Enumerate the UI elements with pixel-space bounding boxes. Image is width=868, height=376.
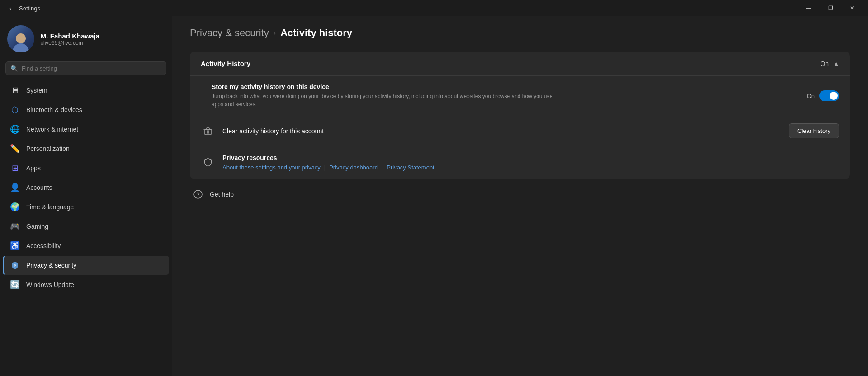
privacy-icon: P <box>10 260 20 270</box>
sidebar-item-personalization[interactable]: ✏️ Personalization <box>3 139 169 158</box>
sidebar-item-label: Personalization <box>26 145 162 152</box>
search-wrap: 🔍 <box>0 60 172 80</box>
sidebar-nav: 🖥 System ⬡ Bluetooth & devices 🌐 Network… <box>0 80 172 295</box>
breadcrumb: Privacy & security › Activity history <box>190 27 850 39</box>
privacy-resources-content: Privacy resources About these settings a… <box>222 154 434 171</box>
svg-text:P: P <box>14 264 16 268</box>
privacy-link-dashboard[interactable]: Privacy dashboard <box>329 164 378 171</box>
minimize-button[interactable]: — <box>798 1 819 15</box>
sidebar-item-label: Network & internet <box>26 126 162 133</box>
sidebar-item-apps[interactable]: ⊞ Apps <box>3 159 169 178</box>
titlebar: ‹ Settings — ❐ ✕ <box>0 0 868 16</box>
user-email: xlive65@live.com <box>41 40 99 46</box>
clear-activity-label: Clear activity history for this account <box>222 127 324 135</box>
sidebar-item-time[interactable]: 🌍 Time & language <box>3 197 169 216</box>
bluetooth-icon: ⬡ <box>10 105 20 115</box>
breadcrumb-separator: › <box>274 29 276 37</box>
shield-icon <box>201 155 215 169</box>
toggle-label: On <box>807 93 815 99</box>
sidebar-item-label: Gaming <box>26 223 162 230</box>
breadcrumb-current: Activity history <box>280 27 352 39</box>
sidebar-item-network[interactable]: 🌐 Network & internet <box>3 120 169 139</box>
activity-history-card: Activity History On ▲ Store my activity … <box>190 52 850 179</box>
store-activity-text: Store my activity history on this device… <box>212 83 807 108</box>
titlebar-title: Settings <box>19 5 40 12</box>
content-area: Privacy & security › Activity history Ac… <box>172 16 868 376</box>
network-icon: 🌐 <box>10 124 20 134</box>
section-status: On <box>820 60 829 67</box>
sidebar-item-accessibility[interactable]: ♿ Accessibility <box>3 236 169 255</box>
chevron-up-icon: ▲ <box>833 60 839 67</box>
privacy-links: About these settings and your privacy | … <box>222 164 434 171</box>
search-box[interactable]: 🔍 <box>5 61 166 75</box>
store-activity-row: Store my activity history on this device… <box>190 75 850 116</box>
search-icon: 🔍 <box>10 65 18 72</box>
sidebar-item-accounts[interactable]: 👤 Accounts <box>3 178 169 197</box>
get-help-row[interactable]: Get help <box>190 188 850 201</box>
svg-point-2 <box>194 190 202 198</box>
store-activity-control: On <box>807 90 839 101</box>
privacy-link-about[interactable]: About these settings and your privacy <box>222 164 321 171</box>
sidebar: M. Fahad Khawaja xlive65@live.com 🔍 🖥 Sy… <box>0 16 172 376</box>
breadcrumb-parent[interactable]: Privacy & security <box>190 27 269 39</box>
clear-history-button[interactable]: Clear history <box>789 123 839 138</box>
accounts-icon: 👤 <box>10 183 20 193</box>
clear-row-left: Clear activity history for this account <box>201 124 324 138</box>
sidebar-item-system[interactable]: 🖥 System <box>3 81 169 100</box>
user-profile[interactable]: M. Fahad Khawaja xlive65@live.com <box>0 16 172 60</box>
sidebar-item-label: System <box>26 87 162 94</box>
store-activity-title: Store my activity history on this device <box>212 83 807 90</box>
sidebar-item-label: Accounts <box>26 184 162 191</box>
search-input[interactable] <box>22 65 161 72</box>
personalization-icon: ✏️ <box>10 144 20 154</box>
sidebar-item-gaming[interactable]: 🎮 Gaming <box>3 217 169 236</box>
accessibility-icon: ♿ <box>10 241 20 251</box>
user-name: M. Fahad Khawaja <box>41 32 99 40</box>
clear-history-row: Clear activity history for this account … <box>190 116 850 146</box>
privacy-resources-title: Privacy resources <box>222 154 434 161</box>
privacy-link-statement[interactable]: Privacy Statement <box>387 164 434 171</box>
section-header-right: On ▲ <box>820 60 839 67</box>
section-header[interactable]: Activity History On ▲ <box>190 52 850 75</box>
trash-icon <box>201 124 215 138</box>
svg-rect-1 <box>205 129 211 135</box>
gaming-icon: 🎮 <box>10 221 20 231</box>
sidebar-item-label: Accessibility <box>26 242 162 249</box>
sidebar-item-label: Windows Update <box>26 281 162 288</box>
sidebar-item-privacy[interactable]: P Privacy & security <box>3 256 169 275</box>
titlebar-controls: — ❐ ✕ <box>798 1 863 15</box>
sidebar-item-windows-update[interactable]: 🔄 Windows Update <box>3 275 169 294</box>
titlebar-left: ‹ Settings <box>5 3 40 13</box>
sidebar-item-label: Apps <box>26 164 162 172</box>
privacy-resources-row: Privacy resources About these settings a… <box>190 146 850 179</box>
privacy-separator: | <box>324 164 326 171</box>
sidebar-item-label: Bluetooth & devices <box>26 106 162 113</box>
restore-button[interactable]: ❐ <box>820 1 841 15</box>
get-help-label: Get help <box>210 191 234 198</box>
apps-icon: ⊞ <box>10 163 20 173</box>
help-icon <box>192 188 204 201</box>
sidebar-item-label: Time & language <box>26 203 162 211</box>
close-button[interactable]: ✕ <box>842 1 863 15</box>
privacy-separator: | <box>382 164 383 171</box>
back-button[interactable]: ‹ <box>5 3 15 13</box>
system-icon: 🖥 <box>10 85 20 95</box>
section-title: Activity History <box>201 60 250 67</box>
sidebar-item-label: Privacy & security <box>26 262 162 269</box>
time-icon: 🌍 <box>10 202 20 212</box>
store-activity-toggle[interactable] <box>819 90 839 101</box>
app-body: M. Fahad Khawaja xlive65@live.com 🔍 🖥 Sy… <box>0 16 868 376</box>
store-activity-desc: Jump back into what you were doing on yo… <box>212 92 564 108</box>
sidebar-item-bluetooth[interactable]: ⬡ Bluetooth & devices <box>3 100 169 119</box>
windows-update-icon: 🔄 <box>10 280 20 290</box>
user-info: M. Fahad Khawaja xlive65@live.com <box>41 32 99 46</box>
avatar <box>7 25 34 52</box>
